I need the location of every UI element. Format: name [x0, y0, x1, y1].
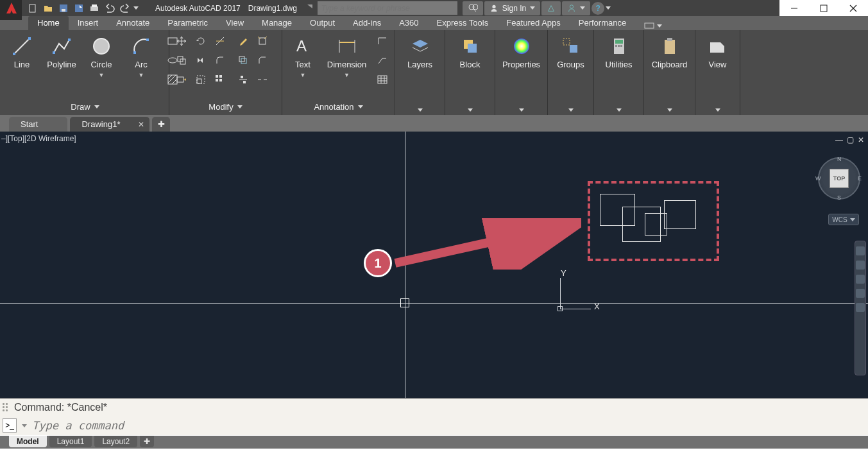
panel-view-title[interactable] [699, 106, 736, 115]
vp-maximize-icon[interactable]: ▢ [847, 135, 854, 144]
array-icon[interactable] [212, 71, 228, 88]
tool-clipboard[interactable]: Clipboard [649, 33, 690, 69]
nav-showmotion-icon[interactable] [856, 303, 865, 312]
qat-plot-icon[interactable] [87, 2, 101, 15]
tab-view[interactable]: View [217, 16, 253, 30]
tab-addins[interactable]: Add-ins [344, 16, 390, 30]
layout-tab-add[interactable]: ✚ [140, 436, 154, 447]
nav-wheel-icon[interactable] [856, 246, 865, 255]
panel-utilities-title[interactable] [598, 106, 640, 115]
file-tab-start[interactable]: Start [9, 117, 67, 132]
infocenter-search-icon[interactable] [463, 1, 483, 15]
nav-orbit-icon[interactable] [856, 289, 865, 298]
wcs-indicator[interactable]: WCS [828, 214, 859, 225]
panel-properties-title[interactable] [499, 106, 543, 115]
tool-block[interactable]: Block [454, 33, 487, 69]
close-icon[interactable]: ✕ [138, 120, 144, 129]
tool-groups[interactable]: Groups [554, 33, 588, 69]
command-prompt-icon[interactable]: >_ [3, 418, 17, 433]
tool-polyline[interactable]: Polyline [45, 33, 78, 69]
signin-button[interactable]: Sign In [484, 1, 540, 15]
trim-icon[interactable] [212, 33, 228, 49]
break-icon[interactable] [254, 71, 271, 88]
tool-circle[interactable]: Circle▼ [85, 33, 118, 78]
file-tab-add[interactable]: ✚ [152, 117, 170, 132]
tool-arc[interactable]: Arc▼ [124, 33, 158, 78]
tab-home[interactable]: Home [28, 16, 69, 30]
move-icon[interactable] [173, 33, 190, 49]
panel-draw-title[interactable]: Draw [5, 99, 165, 115]
tab-featured[interactable]: Featured Apps [497, 16, 570, 30]
panel-annotation-title[interactable]: Annotation [286, 99, 391, 115]
command-recent-icon[interactable] [22, 424, 27, 427]
viewcube[interactable]: TOP N S E W [818, 157, 860, 200]
offset-icon[interactable] [235, 52, 251, 69]
layout-tab-layout1[interactable]: Layout1 [49, 436, 92, 447]
panel-modify-title[interactable]: Modify [173, 99, 278, 115]
qat-new-icon[interactable] [26, 2, 40, 15]
mirror-icon[interactable] [192, 52, 209, 69]
help-icon[interactable]: ? [591, 2, 604, 15]
rotate-icon[interactable] [192, 33, 209, 49]
tab-annotate[interactable]: Annotate [107, 16, 158, 30]
tab-parametric[interactable]: Parametric [158, 16, 217, 30]
tool-layers[interactable]: Layers [404, 33, 437, 69]
app-logo[interactable] [0, 0, 22, 20]
panel-clipboard-title[interactable] [648, 106, 691, 115]
navigation-bar[interactable] [855, 241, 866, 375]
tab-insert[interactable]: Insert [69, 16, 108, 30]
tab-a360[interactable]: A360 [390, 16, 427, 30]
leader-icon[interactable] [374, 33, 391, 49]
nav-pan-icon[interactable] [856, 261, 865, 270]
tab-manage[interactable]: Manage [253, 16, 301, 30]
exchange-apps-icon[interactable] [541, 1, 561, 15]
qat-open-icon[interactable] [41, 2, 55, 15]
tool-dimension[interactable]: Dimension▼ [326, 33, 368, 78]
chamfer-icon[interactable] [254, 52, 271, 69]
qat-undo-icon[interactable] [103, 2, 117, 15]
tab-express[interactable]: Express Tools [428, 16, 498, 30]
qat-save-icon[interactable] [56, 2, 71, 15]
qat-redo-icon[interactable] [118, 2, 132, 15]
close-button[interactable] [838, 0, 868, 16]
drawing-viewport[interactable]: –][Top][2D Wireframe] — ▢ ✕ Y X 1 TOP N … [0, 132, 868, 398]
scale-icon[interactable] [192, 71, 209, 88]
stretch-icon[interactable] [173, 71, 190, 88]
vp-minimize-icon[interactable]: — [835, 135, 843, 144]
search-input[interactable] [318, 1, 457, 15]
a360-icon[interactable] [562, 1, 590, 15]
tool-text[interactable]: A Text▼ [286, 33, 319, 78]
minimize-button[interactable] [779, 0, 809, 16]
align-icon[interactable] [235, 71, 251, 88]
command-grip-icon[interactable] [3, 403, 9, 412]
tool-properties[interactable]: Properties [500, 33, 543, 69]
panel-block-title[interactable] [449, 106, 491, 115]
panel-layers-title[interactable] [399, 106, 441, 115]
fillet-icon[interactable] [212, 52, 228, 69]
table-icon[interactable] [374, 71, 391, 88]
file-tab-drawing1[interactable]: Drawing1*✕ [70, 117, 149, 132]
vp-close-icon[interactable]: ✕ [858, 135, 864, 144]
tool-line[interactable]: Line [5, 33, 38, 69]
doc-menu-icon[interactable] [307, 4, 312, 12]
maximize-button[interactable] [809, 0, 838, 16]
viewcube-top-face[interactable]: TOP [830, 169, 849, 188]
explode-icon[interactable] [254, 33, 271, 49]
qat-more-icon[interactable] [133, 6, 139, 10]
panel-groups-title[interactable] [552, 106, 590, 115]
nav-zoom-icon[interactable] [856, 275, 865, 284]
tab-output[interactable]: Output [301, 16, 344, 30]
ribbon-minimize-icon[interactable] [644, 21, 662, 30]
tool-view[interactable]: View [701, 33, 735, 69]
layout-tab-layout2[interactable]: Layout2 [94, 436, 137, 447]
layout-tab-model[interactable]: Model [9, 436, 47, 447]
tool-utilities[interactable]: Utilities [602, 33, 636, 69]
viewport-label[interactable]: –][Top][2D Wireframe] [1, 134, 76, 143]
mleader-icon[interactable] [374, 52, 391, 69]
erase-icon[interactable] [235, 33, 251, 49]
tab-performance[interactable]: Performance [570, 16, 635, 30]
command-input[interactable] [32, 419, 868, 432]
copy-icon[interactable] [173, 52, 190, 69]
help-caret-icon[interactable] [606, 6, 611, 10]
qat-saveas-icon[interactable] [72, 2, 86, 15]
